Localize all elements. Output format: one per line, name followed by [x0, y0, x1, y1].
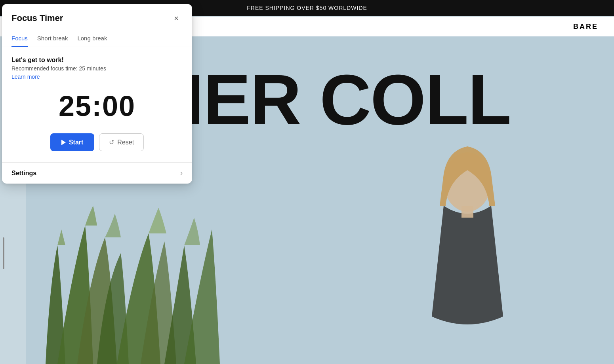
chevron-right-icon: › [180, 169, 183, 177]
popup-header: Focus Timer × [2, 4, 192, 31]
play-icon [61, 140, 66, 145]
timer-seconds: 00 [102, 90, 135, 122]
start-button[interactable]: Start [50, 133, 94, 151]
close-button[interactable]: × [170, 12, 183, 25]
reset-label: Reset [117, 139, 134, 146]
settings-label: Settings [11, 170, 36, 177]
timer-buttons: Start ↺ Reset [11, 133, 183, 151]
settings-row[interactable]: Settings › [2, 162, 192, 184]
focus-subtext: Recommended focus time: 25 minutes [11, 65, 183, 72]
tabs-container: Focus Short break Long break [2, 31, 192, 47]
scrollbar[interactable] [3, 237, 4, 269]
tab-long-break[interactable]: Long break [77, 31, 107, 47]
focus-heading: Let's get to work! [11, 57, 183, 64]
tab-focus[interactable]: Focus [11, 31, 28, 47]
popup-title: Focus Timer [11, 13, 63, 23]
timer-minutes: 25 [59, 90, 92, 122]
timer-colon: : [92, 90, 102, 122]
timer-display: 25:00 [11, 90, 183, 122]
grass-decoration [26, 206, 263, 364]
popup-content: Let's get to work! Recommended focus tim… [2, 47, 192, 162]
learn-more-link[interactable]: Learn more [11, 74, 40, 80]
top-bar-text: FREE SHIPPING OVER $50 WORLDWIDE [247, 5, 367, 11]
reset-icon: ↺ [109, 138, 114, 146]
focus-timer-popup: Focus Timer × Focus Short break Long bre… [2, 4, 192, 184]
start-label: Start [69, 139, 83, 146]
reset-button[interactable]: ↺ Reset [99, 133, 144, 151]
hero-image [392, 119, 543, 364]
svg-rect-1 [461, 206, 473, 218]
brand-name: BARE [573, 23, 598, 31]
tab-short-break[interactable]: Short break [37, 31, 68, 47]
